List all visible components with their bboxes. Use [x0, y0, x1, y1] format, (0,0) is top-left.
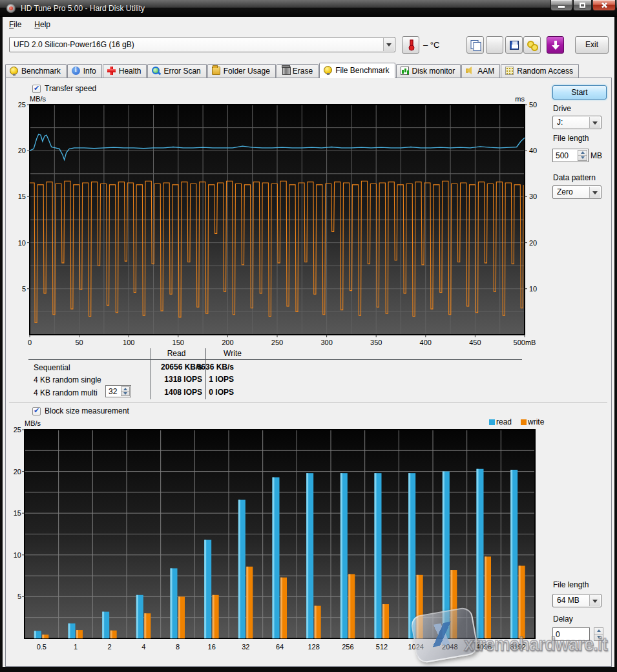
dropdown-button[interactable]	[589, 595, 600, 606]
app-window: HD Tune Pro 5.00 - Hard Disk Utility Fil…	[0, 0, 617, 672]
magnifier-icon	[152, 67, 160, 75]
chevron-down-icon	[386, 43, 392, 47]
random-multi-write-value: 0 IOPS	[163, 388, 234, 397]
transfer-speed-checkbox[interactable]: Transfer speed	[32, 85, 96, 94]
delay-spinner-arrows[interactable]	[594, 627, 603, 641]
drive-dropdown[interactable]: J:	[552, 116, 601, 129]
tab-label: Disk monitor	[412, 67, 455, 76]
spin-up-icon[interactable]	[578, 151, 587, 156]
spin-down-icon[interactable]	[121, 392, 129, 396]
cross-icon	[107, 67, 116, 75]
exit-button[interactable]: Exit	[575, 36, 609, 54]
spin-down-icon[interactable]	[594, 635, 603, 641]
drive-select-dropdown[interactable]: UFD 2.0 Silicon-Power16G (16 gB)	[9, 37, 395, 52]
block-size-checkbox[interactable]: Block size measurement	[32, 407, 129, 416]
file-length-spinner[interactable]: 500	[552, 149, 589, 162]
minimize-button[interactable]	[550, 0, 572, 11]
tab-aam[interactable]: AAM	[461, 64, 500, 78]
data-pattern-label: Data pattern	[553, 173, 596, 182]
close-icon	[600, 1, 608, 9]
section-separator	[9, 402, 607, 403]
save-button[interactable]	[505, 36, 523, 54]
maximize-button[interactable]	[573, 0, 592, 11]
tab-label: Info	[83, 67, 96, 76]
temperature-button[interactable]	[402, 36, 419, 54]
floppy-icon	[510, 41, 519, 50]
start-label: Start	[571, 88, 587, 97]
row-label-4kb-random-single: 4 KB random single	[34, 375, 101, 384]
options-button[interactable]	[523, 36, 541, 54]
delay-label: Delay	[553, 614, 573, 624]
bulb-icon	[10, 67, 18, 75]
file-length-unit: MB	[591, 151, 602, 160]
legend-write-label: write	[528, 417, 544, 426]
block-file-length-label: File length	[553, 580, 589, 589]
tab-error-scan[interactable]: Error Scan	[147, 64, 206, 78]
legend-read-swatch	[489, 419, 495, 425]
tab-label: Erase	[293, 67, 313, 76]
file-length-label: File length	[553, 134, 589, 143]
tab-label: Health	[119, 67, 141, 76]
menu-item-file[interactable]: File	[3, 17, 28, 32]
app-icon	[6, 4, 16, 13]
copy-image-button[interactable]	[486, 36, 503, 54]
tab-folder-usage[interactable]: Folder Usage	[207, 64, 276, 78]
tab-erase[interactable]: Erase	[277, 64, 319, 78]
delay-field[interactable]: 0	[552, 627, 590, 641]
spin-up-icon[interactable]	[594, 628, 603, 635]
exit-label: Exit	[585, 40, 598, 49]
tab-file-benchmark[interactable]: File Benchmark	[319, 63, 395, 78]
tab-health[interactable]: Health	[103, 64, 147, 78]
legend-read-label: read	[496, 417, 512, 426]
close-button[interactable]	[592, 0, 616, 11]
window-title: HD Tune Pro 5.00 - Hard Disk Utility	[21, 0, 145, 17]
dots-icon	[505, 67, 514, 75]
drive-label: Drive	[553, 104, 571, 113]
keys-icon	[527, 41, 538, 50]
tab-page-file-benchmark	[5, 78, 612, 667]
pages-icon	[470, 40, 480, 50]
drive-value: J:	[557, 116, 588, 129]
queue-depth-spinner[interactable]: 32	[105, 385, 131, 397]
start-button[interactable]: Start	[552, 85, 607, 100]
transfer-speed-label: Transfer speed	[45, 84, 96, 93]
chevron-down-icon	[592, 191, 598, 194]
tab-label: Benchmark	[21, 67, 61, 76]
down-arrow-icon	[552, 41, 559, 50]
tab-disk-monitor[interactable]: Disk monitor	[396, 64, 461, 78]
menu-bar: FileHelp	[3, 17, 614, 34]
data-pattern-dropdown[interactable]: Zero	[552, 185, 601, 199]
download-button[interactable]	[547, 36, 564, 54]
spin-down-icon[interactable]	[578, 156, 587, 161]
copy-button[interactable]	[466, 36, 484, 54]
file-length-value: 500	[556, 151, 569, 160]
tab-label: File Benchmark	[335, 66, 389, 75]
data-pattern-value: Zero	[557, 186, 588, 198]
maximize-icon	[580, 3, 585, 8]
title-bar: HD Tune Pro 5.00 - Hard Disk Utility	[0, 0, 617, 17]
row-label-4kb-random-multi: 4 KB random multi	[34, 388, 98, 397]
queue-depth-value: 32	[109, 387, 117, 396]
tab-label: Random Access	[517, 67, 573, 76]
tab-info[interactable]: Info	[67, 64, 102, 78]
table-rule-horizontal	[28, 359, 522, 360]
dropdown-button[interactable]	[589, 117, 600, 128]
dropdown-button[interactable]	[383, 38, 394, 51]
bulb-icon	[324, 66, 332, 74]
checkbox-check-icon	[32, 85, 41, 93]
tab-random-access[interactable]: Random Access	[501, 64, 579, 78]
spinner-arrows[interactable]	[578, 150, 587, 161]
spinner-arrows[interactable]	[121, 386, 130, 396]
tab-strip: BenchmarkInfoHealthError ScanFolder Usag…	[5, 63, 612, 78]
chevron-down-icon	[592, 121, 598, 125]
menu-item-help[interactable]: Help	[28, 17, 57, 32]
checkbox-check-icon	[32, 407, 41, 415]
random-single-write-value: 1 IOPS	[163, 375, 234, 384]
block-file-length-value: 64 MB	[557, 594, 588, 607]
block-file-length-dropdown[interactable]: 64 MB	[552, 594, 601, 607]
tab-label: AAM	[477, 67, 494, 76]
tab-benchmark[interactable]: Benchmark	[5, 64, 67, 78]
bars-icon	[401, 67, 409, 75]
delay-value: 0	[556, 630, 560, 639]
dropdown-button[interactable]	[589, 187, 600, 198]
